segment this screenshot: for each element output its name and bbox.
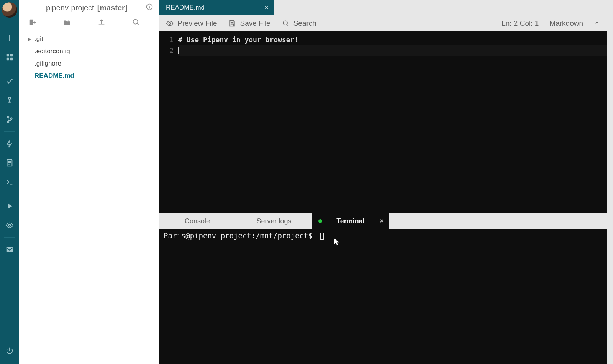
activity-bar	[0, 0, 19, 364]
svg-point-8	[11, 118, 12, 119]
button-label: Search	[293, 19, 316, 28]
new-folder-icon[interactable]	[60, 16, 74, 30]
panel-tab-label: Console	[185, 217, 210, 225]
divider	[4, 237, 15, 238]
svg-rect-2	[7, 58, 9, 60]
chevron-right-icon: ▶	[26, 36, 32, 42]
sidebar-toolbar	[19, 15, 159, 31]
svg-rect-11	[7, 247, 13, 252]
git-branch-icon[interactable]	[0, 110, 19, 129]
check-icon[interactable]	[0, 72, 19, 91]
svg-point-4	[8, 97, 11, 100]
svg-point-18	[169, 23, 171, 25]
svg-rect-14	[30, 21, 33, 21]
tree-item-label: .git	[34, 35, 43, 43]
code-content[interactable]: # Use Pipenv in your browser!	[178, 31, 607, 213]
line-number: 1	[159, 34, 174, 45]
panel-tab-label: Server logs	[256, 217, 291, 225]
mouse-cursor-icon	[333, 238, 340, 248]
main-area: README.md × Preview File Save File Searc…	[159, 0, 607, 364]
editor-tabstrip: README.md ×	[159, 0, 607, 15]
terminal-icon[interactable]	[0, 172, 19, 192]
panel-tab-label: Terminal	[336, 217, 365, 225]
apps-icon[interactable]	[0, 48, 19, 67]
branch-name[interactable]: [master]	[97, 3, 128, 12]
panel-tab-rest	[389, 213, 607, 229]
right-gutter	[607, 0, 613, 364]
close-icon[interactable]: ×	[264, 4, 269, 12]
terminal-caret	[320, 233, 324, 240]
tree-file-gitignore[interactable]: ▶ .gitignore	[22, 57, 156, 70]
editor-toolbar: Preview File Save File Search Ln: 2 Col:…	[159, 15, 607, 31]
file-tree: ▶ .git ▶ .editorconfig ▶ .gitignore ▶ RE…	[19, 31, 159, 82]
eye-icon[interactable]	[0, 216, 19, 235]
cursor-position[interactable]: Ln: 2 Col: 1	[502, 19, 539, 28]
panel-tab-console[interactable]: Console	[159, 213, 236, 229]
avatar[interactable]	[2, 2, 17, 18]
chevron-up-icon[interactable]	[594, 19, 600, 28]
svg-point-10	[8, 224, 11, 226]
upload-icon[interactable]	[94, 16, 109, 30]
svg-point-7	[7, 121, 9, 123]
status-dot-icon	[318, 219, 322, 223]
search-button[interactable]: Search	[282, 19, 316, 28]
git-commit-icon[interactable]	[0, 91, 19, 110]
mail-icon[interactable]	[0, 240, 19, 259]
language-mode[interactable]: Markdown	[549, 19, 583, 28]
line-gutter: 1 2	[159, 31, 178, 213]
panel-tab-terminal[interactable]: Terminal ×	[312, 213, 389, 229]
play-icon[interactable]	[0, 197, 19, 216]
svg-rect-16	[30, 23, 32, 23]
button-label: Save File	[240, 19, 270, 28]
add-icon[interactable]	[0, 28, 19, 48]
tree-item-label: README.md	[34, 72, 74, 80]
svg-point-17	[133, 20, 138, 24]
divider	[4, 194, 15, 194]
svg-rect-1	[10, 54, 13, 56]
project-name[interactable]: pipenv-project	[46, 3, 94, 12]
search-icon[interactable]	[129, 16, 143, 30]
tree-file-readme[interactable]: ▶ README.md	[22, 70, 156, 82]
code-editor[interactable]: 1 2 # Use Pipenv in your browser!	[159, 31, 607, 213]
svg-rect-0	[7, 54, 9, 56]
tree-folder-git[interactable]: ▶ .git	[22, 33, 156, 45]
bottom-panel: Console Server logs Terminal × Paris@pip…	[159, 213, 607, 364]
svg-point-19	[283, 21, 287, 25]
svg-point-5	[9, 102, 10, 103]
notes-icon[interactable]	[0, 153, 19, 172]
bolt-icon[interactable]	[0, 134, 19, 153]
panel-tabstrip: Console Server logs Terminal ×	[159, 213, 607, 229]
info-icon[interactable]	[146, 3, 153, 12]
editor-tab-readme[interactable]: README.md ×	[159, 0, 274, 15]
svg-rect-15	[30, 22, 33, 22]
editor-caret	[178, 47, 179, 54]
close-icon[interactable]: ×	[380, 218, 384, 225]
button-label: Preview File	[177, 19, 217, 28]
panel-tab-serverlogs[interactable]: Server logs	[236, 213, 312, 229]
sidebar-header: pipenv-project [master]	[19, 0, 159, 15]
tab-label: README.md	[166, 4, 205, 11]
tree-file-editorconfig[interactable]: ▶ .editorconfig	[22, 45, 156, 57]
divider	[4, 69, 15, 69]
preview-file-button[interactable]: Preview File	[166, 19, 217, 28]
line-number: 2	[159, 45, 174, 56]
power-icon[interactable]	[0, 341, 19, 360]
svg-rect-3	[10, 58, 13, 60]
tree-item-label: .editorconfig	[34, 48, 70, 55]
divider	[4, 131, 15, 132]
save-file-button[interactable]: Save File	[228, 19, 270, 28]
svg-point-6	[7, 116, 9, 118]
tree-item-label: .gitignore	[34, 60, 61, 67]
terminal-body[interactable]: Paris@pipenv-project:/mnt/project$	[159, 229, 607, 364]
new-file-icon[interactable]	[25, 16, 40, 30]
file-sidebar: pipenv-project [master] ▶ .git	[19, 0, 159, 364]
terminal-prompt: Paris@pipenv-project:/mnt/project$	[164, 231, 313, 240]
